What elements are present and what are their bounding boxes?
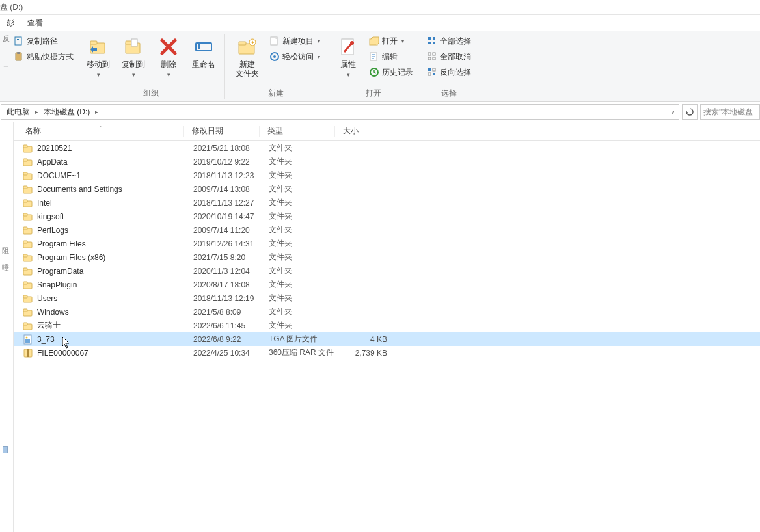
copy-to-button[interactable]: 复制到 ▾ [116, 33, 150, 79]
svg-rect-50 [23, 241, 27, 243]
svg-rect-60 [23, 309, 27, 312]
sort-indicator-icon: ˄ [100, 125, 103, 131]
chevron-right-icon[interactable]: ▸ [94, 109, 100, 115]
column-headers: 名称 ˄ 修改日期 类型 大小 [14, 122, 760, 141]
file-row[interactable]: DOCUME~12018/11/13 12:23文件夹 [14, 168, 760, 182]
select-all-button[interactable]: 全部选择 [424, 34, 474, 48]
new-item-label: 新建项目 [282, 36, 314, 47]
dropdown-icon: ▾ [97, 70, 100, 79]
file-type: TGA 图片文件 [269, 334, 344, 345]
file-date: 2022/6/8 9:22 [193, 335, 269, 344]
file-date: 2020/10/19 14:47 [193, 212, 269, 221]
file-type: 文件夹 [269, 156, 344, 167]
file-row[interactable]: ProgramData2020/11/3 12:04文件夹 [14, 264, 760, 278]
history-button[interactable]: 历史记录 [366, 65, 416, 79]
address-dropdown-icon[interactable]: v [666, 105, 679, 119]
file-row[interactable]: 3_732022/6/8 9:22TGA 图片文件4 KB [14, 332, 760, 346]
properties-button[interactable]: 属性 ▾ [331, 33, 365, 79]
edit-label: 编辑 [382, 51, 398, 62]
chevron-right-icon[interactable]: ▸ [34, 109, 40, 115]
new-folder-icon: ✦ [237, 36, 258, 57]
dropdown-icon: ▾ [318, 38, 320, 44]
file-row[interactable]: SnapPlugin2020/8/17 18:08文件夹 [14, 278, 760, 291]
file-name: SnapPlugin [37, 280, 193, 289]
delete-icon [158, 36, 179, 57]
file-size: 4 KB [344, 335, 390, 344]
select-none-button[interactable]: 全部取消 [424, 49, 474, 64]
column-header-type[interactable]: 类型 [260, 126, 335, 137]
svg-rect-30 [433, 57, 435, 60]
rar-icon [23, 348, 33, 358]
menu-item-view[interactable]: 查看 [21, 15, 49, 31]
search-input[interactable]: 搜索"本地磁盘 [700, 104, 760, 120]
file-name: Documents and Settings [37, 185, 193, 194]
file-row[interactable]: 云骑士2022/6/6 11:45文件夹 [14, 319, 760, 332]
file-name: 3_73 [37, 335, 193, 344]
file-date: 2018/11/13 12:23 [193, 171, 269, 180]
new-item-button[interactable]: 新建项目 ▾ [267, 34, 323, 48]
svg-rect-38 [23, 159, 27, 161]
file-row[interactable]: Program Files2019/12/26 14:31文件夹 [14, 237, 760, 250]
nav-row: 此电脑 ▸ 本地磁盘 (D:) ▸ v 搜索"本地磁盘 [0, 102, 760, 122]
column-header-name[interactable]: 名称 ˄ [14, 126, 184, 137]
file-rows: 202105212021/5/21 18:08文件夹AppData2019/10… [14, 141, 760, 360]
file-row[interactable]: 202105212021/5/21 18:08文件夹 [14, 141, 760, 155]
address-bar[interactable]: 此电脑 ▸ 本地磁盘 (D:) ▸ v [1, 104, 679, 120]
file-name: ProgramData [37, 267, 193, 276]
svg-rect-52 [23, 254, 27, 257]
file-row[interactable]: kingsoft2020/10/19 14:47文件夹 [14, 209, 760, 223]
file-name: Windows [37, 308, 193, 317]
column-header-date[interactable]: 修改日期 [184, 126, 260, 137]
breadcrumb-this-pc[interactable]: 此电脑 [4, 105, 33, 118]
menu-item-unknown[interactable]: 彭 [0, 15, 21, 31]
refresh-button[interactable] [682, 104, 698, 120]
file-row[interactable]: Program Files (x86)2021/7/15 8:20文件夹 [14, 250, 760, 264]
rename-label: 重命名 [192, 60, 215, 69]
svg-rect-64 [25, 339, 30, 343]
new-folder-button[interactable]: ✦ 新建 文件夹 [229, 33, 265, 78]
ribbon-group-new: ✦ 新建 文件夹 新建项目 ▾ 轻松访问 ▾ [226, 31, 325, 101]
invert-selection-icon [427, 67, 437, 77]
file-row[interactable]: Intel2018/11/13 12:27文件夹 [14, 196, 760, 209]
svg-rect-10 [198, 44, 200, 49]
file-type: 文件夹 [269, 170, 344, 181]
content-area: 阻 唾 名称 ˄ 修改日期 类型 大小 202105212021/5/21 18… [0, 122, 760, 532]
file-row[interactable]: FILE000000672022/4/25 10:34360压缩 RAR 文件2… [14, 346, 760, 360]
file-row[interactable]: Users2018/11/13 12:19文件夹 [14, 291, 760, 305]
svg-text:✦: ✦ [251, 40, 255, 46]
file-date: 2021/5/8 8:09 [193, 308, 269, 317]
copy-path-button[interactable]: 复制路径 [11, 34, 76, 48]
navigation-pane[interactable]: 阻 唾 [0, 122, 14, 532]
move-to-button[interactable]: 移动到 ▾ [81, 33, 115, 79]
folder-icon [23, 239, 33, 249]
svg-rect-8 [131, 39, 137, 46]
easy-access-button[interactable]: 轻松访问 ▾ [267, 49, 323, 64]
folder-icon [23, 225, 33, 235]
file-name: FILE00000067 [37, 349, 193, 358]
svg-rect-36 [23, 145, 27, 148]
file-type: 文件夹 [269, 265, 344, 276]
file-type: 文件夹 [269, 320, 344, 331]
file-date: 2021/7/15 8:20 [193, 253, 269, 262]
file-row[interactable]: AppData2019/10/12 9:22文件夹 [14, 155, 760, 168]
breadcrumb-drive[interactable]: 本地磁盘 (D:) [41, 105, 92, 118]
column-header-size[interactable]: 大小 [335, 126, 383, 137]
paste-shortcut-button[interactable]: 粘贴快捷方式 [11, 49, 76, 64]
svg-rect-5 [90, 41, 97, 44]
file-row[interactable]: Documents and Settings2009/7/14 13:08文件夹 [14, 182, 760, 196]
file-date: 2019/10/12 9:22 [193, 157, 269, 166]
folder-icon [23, 198, 33, 208]
paste-shortcut-icon [14, 51, 24, 62]
open-button[interactable]: 打开 ▾ [366, 34, 416, 48]
rename-button[interactable]: 重命名 [187, 33, 221, 69]
folder-icon [23, 293, 33, 304]
file-row[interactable]: PerfLogs2009/7/14 11:20文件夹 [14, 223, 760, 237]
invert-selection-button[interactable]: 反向选择 [424, 65, 474, 79]
svg-rect-44 [23, 200, 27, 202]
file-list[interactable]: 名称 ˄ 修改日期 类型 大小 202105212021/5/21 18:08文… [14, 122, 760, 532]
file-row[interactable]: Windows2021/5/8 8:09文件夹 [14, 305, 760, 319]
delete-button[interactable]: 删除 ▾ [152, 33, 185, 79]
svg-rect-29 [428, 57, 431, 60]
svg-rect-25 [428, 42, 431, 44]
edit-button[interactable]: 编辑 [366, 49, 416, 64]
